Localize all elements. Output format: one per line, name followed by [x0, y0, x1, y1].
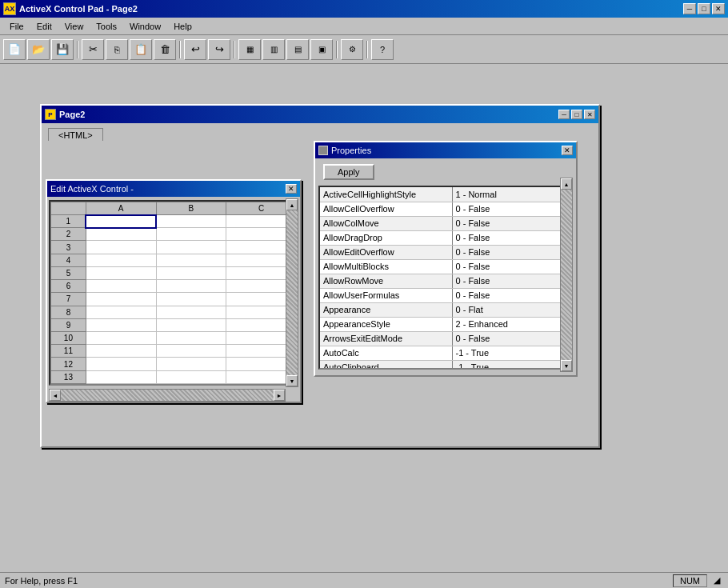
cell-b1[interactable]: [156, 215, 226, 228]
property-name: AutoCalc: [320, 346, 452, 360]
edit-activex-title: Edit ActiveX Control -: [50, 184, 134, 194]
toolbar-delete[interactable]: 🗑: [154, 39, 176, 60]
cell-b5[interactable]: [156, 266, 226, 279]
apply-button[interactable]: Apply: [323, 164, 374, 180]
cell-b9[interactable]: [156, 318, 226, 331]
props-scroll-track[interactable]: [561, 190, 572, 360]
menu-help[interactable]: Help: [167, 20, 198, 33]
page2-close-button[interactable]: ✕: [584, 110, 595, 119]
toolbar-undo[interactable]: ↩: [184, 39, 206, 60]
cell-b13[interactable]: [156, 370, 226, 383]
cell-a12[interactable]: [86, 358, 156, 370]
cell-a9[interactable]: [86, 318, 156, 331]
table-row: ActiveCellHighlightStyle1 - Normal: [320, 187, 560, 202]
cell-a10[interactable]: [86, 331, 156, 344]
table-row: 2: [51, 228, 297, 241]
row-num-7: 7: [51, 293, 86, 306]
toolbar-cut[interactable]: ✂: [82, 39, 104, 60]
property-value[interactable]: 2 - Enhanced: [452, 317, 560, 331]
page2-icon: P: [45, 109, 56, 120]
toolbar-paste[interactable]: 📋: [130, 39, 152, 60]
toolbar-redo[interactable]: ↪: [208, 39, 230, 60]
cell-b4[interactable]: [156, 254, 226, 266]
scroll-up-button[interactable]: ▲: [286, 199, 298, 210]
toolbar-save[interactable]: 💾: [51, 39, 74, 60]
tab-html[interactable]: <HTML>: [48, 128, 103, 142]
page2-minimize-button[interactable]: ─: [558, 110, 570, 119]
properties-scrollbar[interactable]: ▲ ▼: [560, 178, 573, 372]
property-value[interactable]: -1 - True: [452, 360, 560, 370]
menu-window[interactable]: Window: [123, 20, 167, 33]
toolbar-open[interactable]: 📂: [27, 39, 50, 60]
spreadsheet-scrollbar-horizontal[interactable]: ◄ ►: [49, 389, 286, 402]
statusbar: For Help, press F1 NUM ◢: [0, 572, 728, 588]
property-value[interactable]: 0 - Flat: [452, 302, 560, 317]
cell-a13[interactable]: [86, 370, 156, 383]
menu-view[interactable]: View: [58, 20, 90, 33]
cell-a4[interactable]: [86, 254, 156, 266]
property-value[interactable]: 0 - False: [452, 245, 560, 259]
property-name: AllowUserFormulas: [320, 288, 452, 302]
grid-corner-header: [51, 202, 86, 215]
app-minimize-button[interactable]: ─: [683, 3, 696, 14]
toolbar-copy[interactable]: ⎘: [106, 39, 128, 60]
cell-b7[interactable]: [156, 293, 226, 306]
cell-b12[interactable]: [156, 358, 226, 370]
menu-edit[interactable]: Edit: [30, 20, 58, 33]
property-value[interactable]: -1 - True: [452, 346, 560, 360]
cell-a5[interactable]: [86, 266, 156, 279]
property-name: AllowDragDrop: [320, 230, 452, 245]
toolbar-insert4[interactable]: ▣: [310, 39, 333, 60]
row-num-2: 2: [51, 228, 86, 241]
cell-b10[interactable]: [156, 331, 226, 344]
property-value[interactable]: 0 - False: [452, 230, 560, 245]
app-maximize-button[interactable]: □: [698, 3, 710, 14]
property-value[interactable]: 1 - Normal: [452, 187, 560, 202]
props-scroll-down-button[interactable]: ▼: [561, 360, 572, 371]
scroll-right-button[interactable]: ►: [274, 390, 285, 401]
cell-a7[interactable]: [86, 293, 156, 306]
cell-a1[interactable]: [86, 215, 156, 228]
page2-title: Page2: [59, 110, 85, 119]
toolbar-insert3[interactable]: ▤: [286, 39, 309, 60]
properties-table-container: ActiveCellHighlightStyle1 - NormalAllowC…: [318, 186, 562, 370]
cell-a3[interactable]: [86, 241, 156, 254]
toolbar-help[interactable]: ?: [371, 39, 394, 60]
cell-b11[interactable]: [156, 345, 226, 358]
cell-a6[interactable]: [86, 280, 156, 293]
toolbar-script[interactable]: ⚙: [341, 39, 363, 60]
property-value[interactable]: 0 - False: [452, 331, 560, 346]
table-row: 10: [51, 331, 297, 344]
props-scroll-up-button[interactable]: ▲: [561, 178, 572, 190]
page2-maximize-button[interactable]: □: [571, 110, 582, 119]
property-value[interactable]: 0 - False: [452, 216, 560, 230]
properties-close-button[interactable]: ✕: [562, 146, 573, 155]
scroll-left-button[interactable]: ◄: [50, 390, 61, 401]
scroll-down-button[interactable]: ▼: [286, 375, 298, 386]
page2-content: Edit ActiveX Control - ✕ A B C: [42, 141, 598, 446]
cell-a11[interactable]: [86, 345, 156, 358]
property-value[interactable]: 0 - False: [452, 288, 560, 302]
menu-file[interactable]: File: [3, 20, 30, 33]
cell-b6[interactable]: [156, 280, 226, 293]
toolbar-insert1[interactable]: ▦: [238, 39, 261, 60]
menu-tools[interactable]: Tools: [90, 20, 123, 33]
spreadsheet-scrollbar-vertical[interactable]: ▲ ▼: [286, 198, 298, 387]
cell-a2[interactable]: [86, 228, 156, 241]
toolbar-new[interactable]: 📄: [3, 39, 26, 60]
property-value[interactable]: 0 - False: [452, 274, 560, 288]
row-num-9: 9: [51, 318, 86, 331]
cell-a8[interactable]: [86, 306, 156, 318]
scroll-vertical-track[interactable]: [286, 210, 298, 375]
cell-b3[interactable]: [156, 241, 226, 254]
cell-b2[interactable]: [156, 228, 226, 241]
property-value[interactable]: 0 - False: [452, 259, 560, 274]
row-num-11: 11: [51, 345, 86, 358]
scroll-horizontal-track[interactable]: [61, 390, 274, 401]
toolbar-insert2[interactable]: ▥: [262, 39, 285, 60]
edit-activex-close-button[interactable]: ✕: [286, 184, 297, 194]
app-close-button[interactable]: ✕: [712, 3, 725, 14]
html-tab-area: <HTML>: [42, 123, 598, 141]
property-value[interactable]: 0 - False: [452, 202, 560, 216]
cell-b8[interactable]: [156, 306, 226, 318]
